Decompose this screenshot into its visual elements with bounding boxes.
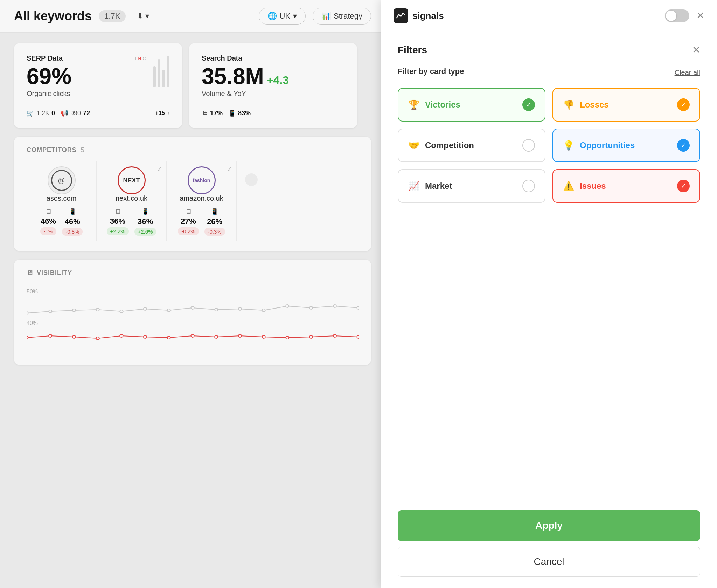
desktop-icon: 🖥 <box>45 208 51 215</box>
competition-label: Competition <box>425 140 474 150</box>
signals-toggle[interactable] <box>665 9 689 22</box>
signals-brand: signals <box>394 8 444 23</box>
signals-logo-icon <box>396 11 406 21</box>
svg-point-8 <box>215 308 218 311</box>
signals-header: signals ✕ <box>381 0 717 32</box>
issues-label: Issues <box>580 181 606 191</box>
svg-point-13 <box>333 305 336 307</box>
filter-card-market[interactable]: 📈 Market <box>398 169 545 203</box>
amazon-mobile-stat: 📱 26% -0.3% <box>204 208 225 236</box>
svg-point-29 <box>357 335 358 338</box>
y-label-50: 50% <box>27 289 38 295</box>
issues-icon: ⚠️ <box>563 181 574 192</box>
market-label: Market <box>425 181 452 191</box>
expand-icon[interactable]: ⤢ <box>227 165 232 173</box>
svg-point-20 <box>144 335 147 338</box>
svg-point-24 <box>238 334 242 337</box>
market-check <box>522 180 535 192</box>
search-card-value: 35.8M <box>202 65 264 88</box>
filters-title: Filters <box>398 44 427 56</box>
next-logo: NEXT <box>118 166 146 194</box>
svg-point-11 <box>286 305 289 307</box>
svg-point-0 <box>27 312 28 314</box>
competition-check <box>522 139 535 152</box>
signals-toggle-dot <box>666 11 676 21</box>
globe-icon: 🌐 <box>267 12 277 21</box>
next-name: next.co.uk <box>116 194 147 202</box>
chart-icon: 📊 <box>321 12 331 21</box>
filter-card-competition[interactable]: 🤝 Competition <box>398 129 545 162</box>
desktop-stat: 🖥 17% <box>202 110 223 117</box>
competitor-amazon: ⤢ fashion amazon.co.uk 🖥 27% -0.2% 📱 26%… <box>167 161 237 241</box>
mobile-stat: 📱 83% <box>228 109 251 117</box>
svg-point-14 <box>357 306 358 309</box>
competitor-asos: @ asos.com 🖥 46% -1% 📱 46% -0.8% <box>27 161 97 241</box>
svg-point-16 <box>49 334 52 337</box>
signals-close-button[interactable]: ✕ <box>696 11 704 21</box>
signals-brand-name: signals <box>412 11 444 21</box>
filter-card-losses[interactable]: 👎 Losses ✓ <box>552 88 700 122</box>
search-card-sub: Volume & YoY <box>202 90 344 98</box>
svg-point-15 <box>27 336 28 339</box>
top-bar: All keywords 1.7K ⬇ ▾ 🌐 UK ▾ 📊 Strategy <box>0 0 385 33</box>
filter-header-row: Filters ✕ <box>398 44 700 56</box>
competitors-title: COMPETITORS <box>27 146 77 154</box>
chevron-right-icon: › <box>168 110 169 116</box>
serp-card-sub: Organic clicks <box>27 90 169 98</box>
svg-point-2 <box>72 309 76 312</box>
svg-point-27 <box>309 335 313 338</box>
change-stat: +15 › <box>155 110 169 116</box>
losses-icon: 👎 <box>563 99 574 110</box>
svg-point-4 <box>120 310 123 313</box>
inct-label-n: N <box>138 56 141 61</box>
filter-close-button[interactable]: ✕ <box>692 45 700 55</box>
expand-icon[interactable]: ⤢ <box>157 165 162 173</box>
losses-check: ✓ <box>677 98 690 111</box>
inct-label-i: I <box>135 56 136 61</box>
asos-mobile-stat: 📱 46% -0.8% <box>62 208 83 236</box>
filter-card-type-label: Filter by card type <box>398 67 464 76</box>
filter-panel: signals ✕ Filters ✕ Filter by card type … <box>381 0 717 588</box>
svg-point-21 <box>167 336 170 339</box>
strategy-button[interactable]: 📊 Strategy <box>313 8 371 25</box>
chart-area: 50% 40% <box>27 285 358 355</box>
visibility-section: 🖥 VISIBILITY 50% 40% <box>14 260 371 365</box>
svg-point-1 <box>49 310 52 313</box>
visibility-title-text: VISIBILITY <box>37 269 72 277</box>
filter-card-issues[interactable]: ⚠️ Issues ✓ <box>552 169 700 203</box>
filter-section-header: Filter by card type Clear all <box>398 67 700 78</box>
region-selector[interactable]: 🌐 UK ▾ <box>259 8 306 25</box>
serp-card-footer: 🛒 1.2K 0 📢 990 72 +15 › <box>27 104 169 117</box>
svg-point-12 <box>309 306 313 309</box>
cancel-button[interactable]: Cancel <box>398 547 700 577</box>
filter-card-victories[interactable]: 🏆 Victories ✓ <box>398 88 545 122</box>
apply-button[interactable]: Apply <box>398 510 700 541</box>
next-desktop-stat: 🖥 36% +2.2% <box>107 208 129 236</box>
clear-all-button[interactable]: Clear all <box>675 69 700 77</box>
competitors-header: COMPETITORS 5 <box>27 146 358 154</box>
desktop-icon: 🖥 <box>185 208 192 215</box>
market-icon: 📈 <box>408 181 419 192</box>
victories-label: Victories <box>425 100 460 110</box>
mobile-icon: 📱 <box>211 208 218 216</box>
svg-point-17 <box>72 335 76 338</box>
visibility-header: 🖥 VISIBILITY <box>27 269 358 277</box>
svg-point-7 <box>191 306 194 309</box>
search-card: Search Data 35.8M +4.3 Volume & YoY 🖥 17… <box>189 43 357 128</box>
chevron-down-icon: ▾ <box>293 12 297 21</box>
issues-check: ✓ <box>677 180 690 192</box>
svg-point-5 <box>144 307 147 310</box>
opportunities-icon: 💡 <box>563 140 574 151</box>
mobile-icon: 📱 <box>141 208 149 216</box>
losses-label: Losses <box>580 100 609 110</box>
victories-check: ✓ <box>522 98 535 111</box>
top-bar-right: 🌐 UK ▾ 📊 Strategy <box>259 8 371 25</box>
ad-stat: 📢 990 72 <box>61 109 90 117</box>
filter-card-opportunities[interactable]: 💡 Opportunities ✓ <box>552 129 700 162</box>
download-button[interactable]: ⬇ ▾ <box>133 9 153 23</box>
opportunities-label: Opportunities <box>580 140 635 150</box>
competitors-section: COMPETITORS 5 @ asos.com 🖥 46% -1% <box>14 137 371 251</box>
next-mobile-stat: 📱 36% +2.6% <box>134 208 156 236</box>
main-content: SERP Data 69% Organic clicks I N C T <box>0 33 385 375</box>
monitor-icon: 🖥 <box>27 269 33 277</box>
